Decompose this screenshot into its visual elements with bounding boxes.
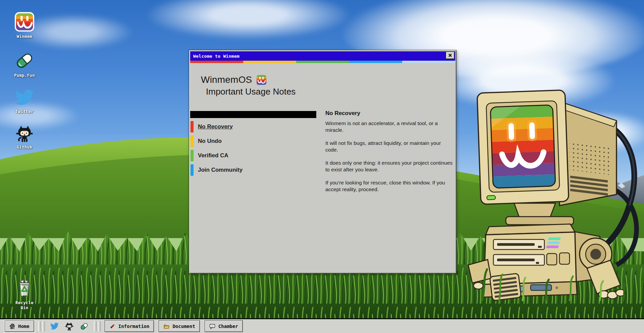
chamber-button[interactable]: Chamber — [205, 320, 243, 332]
taskbar-separator — [38, 321, 45, 331]
folder-icon — [163, 323, 169, 329]
close-icon — [448, 53, 452, 57]
taskbar-tray — [50, 322, 89, 331]
blue-accent-bar — [191, 164, 194, 176]
information-button-label: Information — [118, 324, 150, 329]
speech-bubble-icon — [209, 323, 215, 329]
red-accent-bar — [191, 121, 194, 132]
content-heading: No Recovery — [325, 110, 453, 117]
desktop-icon-recycle-bin[interactable]: Recycle Bin — [11, 278, 38, 310]
desktop-icon-github[interactable]: Github — [11, 122, 38, 150]
welcome-dialog: Welcome to Winmem WinmemOS — [189, 50, 457, 274]
home-button-label: Home — [18, 324, 30, 329]
menu-item-no-recovery[interactable]: No Recovery — [190, 119, 316, 134]
twitter-bird-icon — [11, 87, 38, 107]
desktop-icon-label: Recycle Bin — [11, 300, 38, 310]
cloud — [144, 0, 352, 40]
desktop-icon-label: Winmem — [11, 34, 38, 39]
recycle-bin-icon — [11, 278, 38, 298]
home-button[interactable]: Home — [5, 320, 34, 332]
yellow-accent-bar — [191, 135, 194, 147]
retro-computer-robot-illustration — [459, 76, 644, 301]
content-paragraph: Winmem is not an accelerator, a revival … — [325, 120, 453, 133]
desktop-wallpaper: Winmem Pump.Fun Twitter — [0, 0, 644, 333]
desktop-icon-twitter[interactable]: Twitter — [11, 87, 38, 114]
home-icon — [9, 323, 15, 329]
information-button[interactable]: Information — [105, 320, 154, 332]
taskbar: Home — [0, 318, 644, 333]
menu-item-verified-ca[interactable]: Verified CA — [190, 148, 316, 163]
dialog-title: Welcome to Winmem — [190, 54, 239, 59]
content-paragraph: If you’re looking for rescue, close this… — [325, 179, 453, 192]
menu-item-no-undo[interactable]: No Undo — [190, 134, 316, 148]
winmem-logo-icon — [256, 75, 267, 85]
menu-item-join-community[interactable]: Join Community — [190, 163, 316, 177]
github-octocat-icon — [11, 122, 38, 142]
desktop-icon-label: Twitter — [11, 109, 38, 114]
close-button[interactable] — [446, 52, 454, 59]
winmem-icon — [11, 11, 38, 32]
github-icon[interactable] — [65, 322, 74, 331]
dialog-content: No Recovery Winmem is not an accelerator… — [325, 110, 453, 199]
green-pill-icon — [11, 50, 38, 70]
content-paragraph: It does only one thing: it ensures your … — [325, 160, 453, 173]
content-paragraph: It will not fix bugs, attract liquidity,… — [325, 140, 453, 153]
dialog-titlebar[interactable]: Welcome to Winmem — [190, 51, 455, 61]
dialog-menu: No Recovery No Undo Verified CA Join Com… — [190, 111, 316, 177]
twitter-icon[interactable] — [50, 322, 59, 330]
taskbar-separator — [94, 321, 101, 331]
document-button-label: Document — [172, 324, 195, 329]
desktop-icon-label: Github — [11, 145, 38, 150]
pill-icon[interactable] — [80, 322, 89, 331]
pencil-icon — [109, 323, 115, 329]
desktop-icon-winmem[interactable]: Winmem — [11, 11, 38, 39]
chamber-button-label: Chamber — [218, 324, 238, 329]
menu-selection-bar — [190, 111, 316, 118]
document-button[interactable]: Document — [159, 320, 200, 332]
dialog-subheading: Important Usage Notes — [206, 87, 296, 97]
desktop-icon-label: Pump.Fun — [11, 73, 38, 78]
desktop-icon-pump-fun[interactable]: Pump.Fun — [11, 50, 38, 78]
green-accent-bar — [191, 150, 194, 161]
dialog-heading: WinmemOS — [201, 74, 252, 85]
rainbow-stripe — [190, 61, 455, 63]
